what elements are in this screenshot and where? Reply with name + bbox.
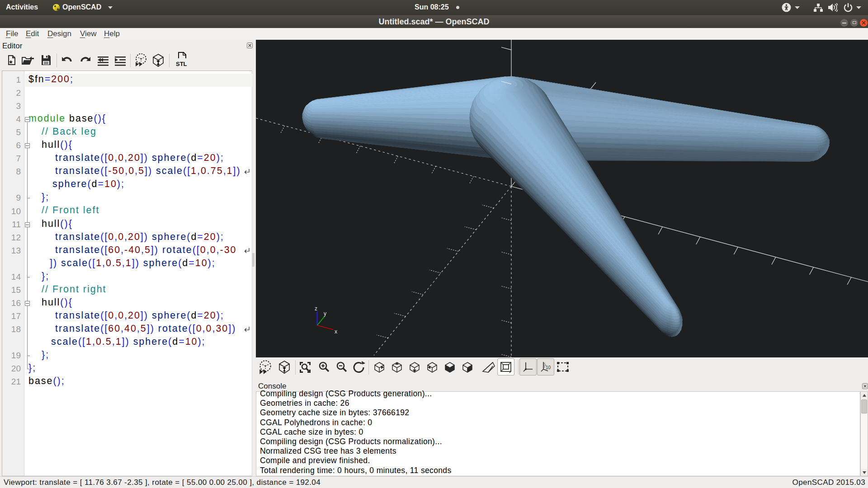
svg-text:z: z [315,305,317,312]
svg-text:STL: STL [176,61,187,67]
svg-text:x: x [335,328,337,335]
svg-text:10: 10 [546,365,551,370]
svg-text:y: y [324,310,326,317]
